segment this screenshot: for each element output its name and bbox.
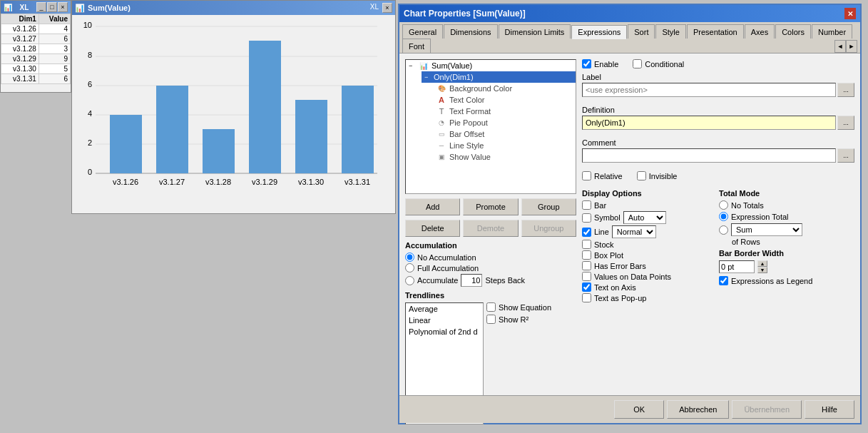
value-cell: 4: [39, 24, 70, 34]
label-input-row: ...: [582, 83, 854, 97]
maximize-btn[interactable]: □: [47, 2, 57, 12]
tab-colors[interactable]: Colors: [775, 24, 811, 39]
radio-no-accum-input[interactable]: [405, 253, 414, 262]
expr-legend-label: Expressions as Legend: [731, 277, 812, 285]
tab-scroll-right[interactable]: ►: [846, 40, 857, 53]
abbrechen-button[interactable]: Abbrechen: [667, 400, 729, 419]
tree-item-line-style[interactable]: ─ Line Style: [433, 140, 576, 151]
trend-average[interactable]: Average: [406, 303, 483, 315]
enable-checkbox[interactable]: [582, 59, 591, 68]
definition-btn[interactable]: ...: [837, 116, 854, 130]
group-button[interactable]: Group: [521, 198, 576, 215]
tree-item-show-value[interactable]: ▣ Show Value: [433, 151, 576, 163]
definition-input-row: ...: [582, 116, 854, 130]
tab-dimension-limits[interactable]: Dimension Limits: [499, 24, 571, 39]
tree-item-bar-offset[interactable]: ▭ Bar Offset: [433, 128, 576, 140]
bar-border-up-btn[interactable]: ▲: [757, 260, 767, 267]
values-on-points-checkbox[interactable]: [582, 272, 591, 281]
conditional-label: Conditional: [645, 60, 684, 68]
tree-label-bg-color: Background Color: [449, 84, 512, 93]
label-btn[interactable]: ...: [837, 83, 854, 97]
tree-label-only: Only(Dim1): [434, 73, 474, 81]
text-as-popup-label: Text as Pop-up: [594, 294, 646, 302]
expr-legend-checkbox[interactable]: [719, 276, 728, 285]
comment-input[interactable]: [582, 148, 836, 163]
trend-polynomial[interactable]: Polynomial of 2nd d: [406, 326, 483, 337]
dialog-close-btn[interactable]: ✕: [844, 8, 856, 19]
symbol-checkbox[interactable]: [582, 213, 591, 223]
tab-scroll-left[interactable]: ◄: [834, 40, 846, 53]
tab-axes[interactable]: Axes: [745, 24, 775, 39]
sum-select[interactable]: Sum: [731, 223, 802, 236]
boxplot-checkbox[interactable]: [582, 250, 591, 260]
demote-button[interactable]: Demote: [463, 220, 518, 237]
dim1-cell: v3.1.30: [1, 64, 39, 74]
tree-item-bg-color[interactable]: 🎨 Background Color: [433, 83, 576, 94]
x-label-4: v3.1.29: [252, 178, 277, 186]
ok-button[interactable]: OK: [614, 400, 664, 419]
bar-border-down-btn[interactable]: ▼: [757, 267, 767, 273]
tab-number[interactable]: Number: [812, 24, 852, 39]
tab-font[interactable]: Font: [402, 39, 431, 53]
bar-border-section: Bar Border Width ▲ ▼: [719, 249, 854, 273]
line-checkbox[interactable]: [582, 228, 591, 237]
right-panel: Enable Conditional Label ... Definition: [582, 59, 854, 424]
tree-sub-only: − Only(Dim1) 🎨 Background Color A Text C…: [406, 71, 576, 163]
bar-border-input[interactable]: [719, 260, 755, 273]
comment-btn[interactable]: ...: [837, 148, 854, 163]
add-button[interactable]: Add: [405, 198, 460, 215]
expression-total-radio[interactable]: [719, 212, 728, 221]
tab-dimensions[interactable]: Dimensions: [444, 24, 497, 39]
radio-full-accum-input[interactable]: [405, 263, 414, 272]
delete-button[interactable]: Delete: [405, 220, 460, 237]
no-totals-radio[interactable]: [719, 200, 728, 210]
text-on-axis-checkbox[interactable]: [582, 282, 591, 292]
properties-dialog: Chart Properties [Sum(Value)] ✕ General …: [398, 4, 862, 424]
tab-sort[interactable]: Sort: [628, 24, 655, 39]
show-r2-checkbox[interactable]: [486, 315, 496, 324]
line-select[interactable]: Normal: [612, 225, 656, 238]
tree-item-pie-popout[interactable]: ◔ Pie Popout: [433, 117, 576, 128]
chart-titlebar[interactable]: 📊 Sum(Value) XL ×: [72, 1, 395, 15]
minimize-btn[interactable]: _: [36, 2, 46, 12]
text-as-popup-checkbox[interactable]: [582, 293, 591, 302]
ungroup-button[interactable]: Ungroup: [521, 220, 576, 237]
tab-presentation[interactable]: Presentation: [687, 24, 744, 39]
stock-checkbox[interactable]: [582, 240, 591, 249]
conditional-checkbox[interactable]: [633, 59, 642, 68]
dialog-footer: OK Abbrechen Übernehmen Hilfe: [399, 395, 860, 423]
label-input[interactable]: [582, 83, 836, 97]
chart-close-btn[interactable]: ×: [382, 3, 392, 13]
tree-item-text-color[interactable]: A Text Color: [433, 94, 576, 106]
radio-accum-label: Accumulate: [417, 276, 458, 285]
expression-tree[interactable]: − 📊 Sum(Value) − Only(Dim1) 🎨 Background…: [405, 59, 576, 194]
invisible-checkbox[interactable]: [637, 171, 646, 180]
dialog-titlebar[interactable]: Chart Properties [Sum(Value)] ✕: [399, 5, 860, 22]
y-label-4: 4: [88, 109, 92, 118]
radio-accum-input[interactable]: [405, 276, 414, 285]
tree-label-pie-popout: Pie Popout: [449, 118, 488, 127]
tab-general[interactable]: General: [402, 24, 443, 39]
stock-label: Stock: [594, 240, 614, 249]
ubernehmen-button[interactable]: Übernehmen: [732, 400, 802, 419]
tab-style[interactable]: Style: [655, 24, 685, 39]
trend-linear[interactable]: Linear: [406, 315, 483, 326]
hilfe-button[interactable]: Hilfe: [805, 400, 854, 419]
steps-back-input[interactable]: [461, 274, 482, 287]
value-cell: 5: [39, 64, 70, 74]
symbol-select[interactable]: Auto: [623, 211, 666, 224]
table-row: v3.1.264: [1, 24, 71, 34]
tab-expressions[interactable]: Expressions: [571, 25, 627, 39]
close-btn[interactable]: ×: [58, 2, 68, 12]
promote-button[interactable]: Promote: [463, 198, 518, 215]
definition-input[interactable]: [582, 116, 836, 130]
sum-radio[interactable]: [719, 225, 728, 235]
tree-item-text-format[interactable]: T Text Format: [433, 106, 576, 117]
show-equation-checkbox[interactable]: [486, 302, 496, 312]
bar-checkbox[interactable]: [582, 200, 591, 210]
tree-item-only[interactable]: − Only(Dim1): [422, 71, 576, 83]
data-table-titlebar[interactable]: 📊 XL _ □ ×: [1, 1, 71, 14]
relative-checkbox[interactable]: [582, 171, 591, 180]
tree-item-sum[interactable]: − 📊 Sum(Value): [406, 60, 576, 71]
error-bars-checkbox[interactable]: [582, 261, 591, 270]
